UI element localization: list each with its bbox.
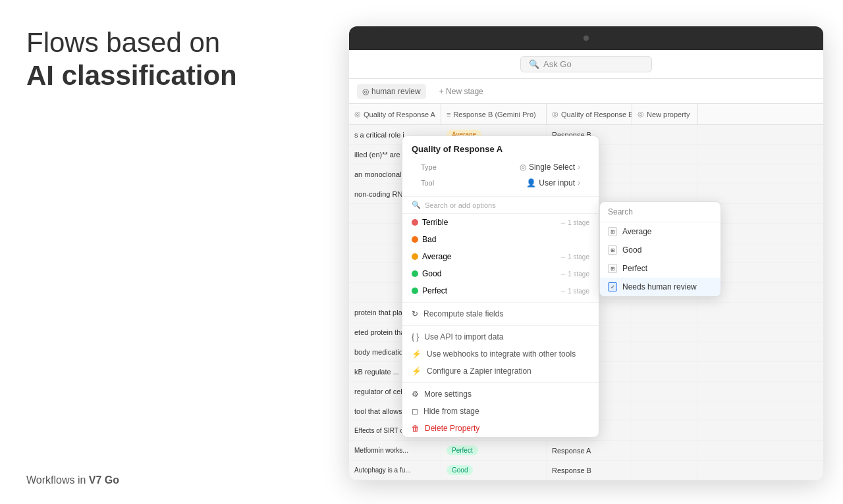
perfect-dot (412, 288, 418, 294)
perfect-label: Perfect (422, 286, 447, 295)
option-label: Good (622, 245, 641, 255)
hide-icon: ◻ (412, 407, 418, 416)
app-area: 🔍 Ask Go ◎ human review + New stage ◎ Qu… (349, 50, 823, 480)
human-review-label: human review (371, 87, 421, 96)
good-dot (412, 270, 418, 277)
option-average[interactable]: Average → 1 stage (402, 248, 599, 265)
option-bad[interactable]: Bad (402, 231, 599, 248)
webhook-icon: ⚡ (412, 349, 422, 359)
ask-go-bar[interactable]: 🔍 Ask Go (520, 56, 652, 72)
zapier-action[interactable]: ⚡ Configure a Zapier integration (402, 363, 599, 380)
cell-new (632, 184, 698, 203)
option-icon: ⊞ (608, 264, 617, 273)
average-stage: → 1 stage (559, 253, 589, 261)
type-row: Type ◎ Single Select › (412, 159, 589, 175)
good-stage: → 1 stage (559, 270, 589, 278)
option-terrible[interactable]: Terrible → 1 stage (402, 214, 599, 231)
webhooks-action[interactable]: ⚡ Use webhooks to integrate with other t… (402, 345, 599, 363)
col-header-response-b: ≡ Response B (Gemini Pro) (441, 104, 547, 124)
popup-title: Quality of Response A (412, 144, 589, 154)
settings-icon: ⚙ (412, 390, 419, 399)
search-dropdown: Search ⊞ Average ⊞ Good ⊞ Perfect ✓ Need… (599, 201, 721, 297)
hide-from-stage-action[interactable]: ◻ Hide from stage (402, 403, 599, 420)
option-label: Perfect (622, 264, 647, 273)
new-stage-label: + New stage (439, 87, 483, 96)
tool-row: Tool 👤 User input › (412, 175, 589, 191)
recompute-label: Recompute stale fields (423, 309, 503, 318)
terrible-dot (412, 219, 418, 226)
recompute-icon: ↻ (412, 309, 418, 318)
bad-label: Bad (422, 235, 436, 244)
search-option-good[interactable]: ⊞ Good (600, 241, 721, 259)
bad-dot (412, 236, 418, 243)
search-placeholder: Search or add options (425, 201, 496, 209)
option-icon: ✓ (608, 282, 617, 291)
use-api-action[interactable]: { } Use API to import data (402, 328, 599, 345)
popup-header: Quality of Response A Type ◎ Single Sele… (402, 136, 599, 197)
option-icon: ⊞ (608, 245, 617, 255)
search-icon: 🔍 (412, 201, 421, 209)
table-row: Autophagy is a fu... Good Response B (349, 461, 823, 480)
webhooks-label: Use webhooks to integrate with other too… (427, 349, 576, 359)
top-bar: 🔍 Ask Go (349, 50, 823, 79)
option-perfect[interactable]: Perfect → 1 stage (402, 282, 599, 299)
delete-icon: 🗑 (412, 424, 420, 433)
hide-stage-label: Hide from stage (423, 407, 479, 416)
zapier-label: Configure a Zapier integration (427, 366, 531, 376)
col-header-quality-b: ◎ Quality of Response B (547, 104, 632, 124)
more-settings-action[interactable]: ⚙ More settings (402, 386, 599, 403)
perfect-stage: → 1 stage (559, 288, 589, 295)
delete-property-label: Delete Property (425, 424, 479, 433)
good-label: Good (422, 269, 441, 278)
search-option-average[interactable]: ⊞ Average (600, 222, 721, 241)
col-header-new-property[interactable]: ◎ New property (632, 104, 698, 124)
type-label: Type (421, 163, 437, 171)
search-option-needs-human-review[interactable]: ✓ Needs human review (600, 278, 721, 296)
subtitle: Workflows in V7 Go (26, 474, 277, 486)
quality-a-header: Quality of Response A (364, 111, 435, 118)
new-property-header: New property (647, 111, 690, 118)
tool-value[interactable]: 👤 User input › (526, 178, 580, 188)
headline: Flows based on AI classification (26, 26, 277, 93)
left-panel: Flows based on AI classification Workflo… (26, 26, 277, 486)
api-icon: { } (412, 332, 419, 341)
col-header-quality-a: ◎ Quality of Response A (349, 104, 441, 124)
option-good[interactable]: Good → 1 stage (402, 265, 599, 282)
search-header: Search (600, 202, 721, 222)
terrible-stage: → 1 stage (559, 219, 589, 226)
average-dot (412, 253, 418, 260)
search-icon: 🔍 (529, 59, 539, 69)
ask-go-label: Ask Go (543, 59, 572, 69)
option-label: Average (622, 227, 651, 236)
stage-icon: ◎ (362, 87, 369, 96)
search-add-options[interactable]: 🔍 Search or add options (402, 197, 599, 214)
table-row: Metformin works... Perfect Response A (349, 441, 823, 461)
more-settings-label: More settings (424, 390, 472, 399)
search-option-perfect[interactable]: ⊞ Perfect (600, 259, 721, 278)
stage-bar: ◎ human review + New stage (349, 79, 823, 104)
mac-titlebar (349, 26, 823, 50)
average-label: Average (422, 252, 451, 261)
search-header-label: Search (608, 207, 633, 216)
human-review-stage[interactable]: ◎ human review (357, 84, 426, 99)
cell-new (632, 145, 698, 164)
cell-new (632, 125, 698, 144)
cell-new (632, 164, 698, 184)
option-icon: ⊞ (608, 227, 617, 236)
zapier-icon: ⚡ (412, 366, 422, 376)
quality-b-header: Quality of Response B (561, 111, 632, 118)
recompute-action[interactable]: ↻ Recompute stale fields (402, 305, 599, 322)
tool-label: Tool (421, 179, 434, 187)
type-value[interactable]: ◎ Single Select › (520, 163, 580, 172)
screenshot-area: 🔍 Ask Go ◎ human review + New stage ◎ Qu… (349, 26, 823, 480)
camera-dot (584, 36, 589, 41)
use-api-label: Use API to import data (424, 332, 503, 341)
new-stage-button[interactable]: + New stage (434, 84, 489, 99)
quality-popup: Quality of Response A Type ◎ Single Sele… (402, 136, 599, 438)
response-b-header: Response B (Gemini Pro) (453, 111, 535, 118)
col-headers: ◎ Quality of Response A ≡ Response B (Ge… (349, 104, 823, 125)
option-label: Needs human review (622, 282, 697, 291)
terrible-label: Terrible (422, 218, 448, 227)
delete-property-action[interactable]: 🗑 Delete Property (402, 420, 599, 437)
